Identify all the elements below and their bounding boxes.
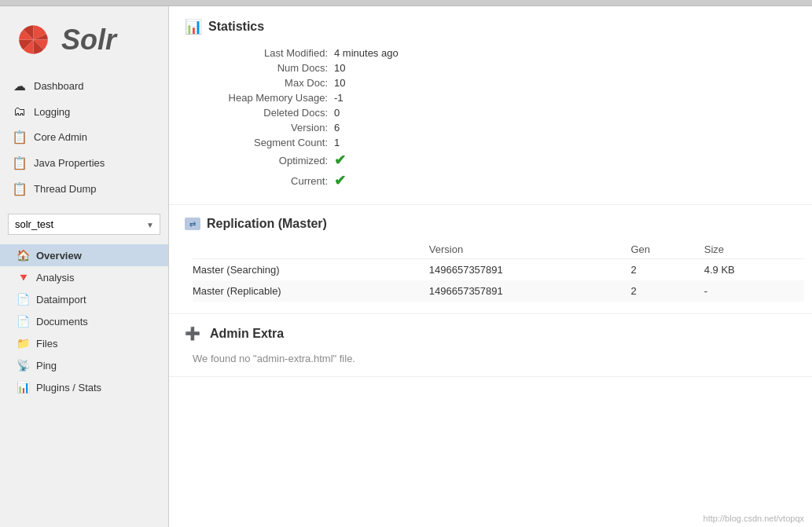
stat-label-segment-count: Segment Count:	[193, 137, 334, 148]
thread-dump-icon: 📋	[12, 181, 28, 196]
replication-row-searching: Master (Searching) 1496657357891 2 4.9 K…	[193, 259, 804, 281]
replication-cell-gen-replicable: 2	[631, 280, 704, 302]
nav-item-thread-dump[interactable]: 📋 Thread Dump	[0, 176, 168, 202]
app-wrapper: Solr ☁ Dashboard 🗂 Logging 📋 Core Admin …	[0, 6, 812, 527]
replication-row-replicable: Master (Replicable) 1496657357891 2 -	[193, 280, 804, 302]
nav-label-thread-dump: Thread Dump	[34, 183, 96, 195]
replication-cell-name-searching: Master (Searching)	[193, 259, 429, 281]
stat-label-deleted-docs: Deleted Docs:	[193, 107, 334, 119]
replication-cell-size-searching: 4.9 KB	[704, 259, 804, 281]
stat-row-max-doc: Max Doc: 10	[193, 77, 796, 89]
replication-arrows-icon: ⇄	[185, 218, 200, 230]
statistics-header: 📊 Statistics	[185, 18, 796, 35]
sub-nav: 🏠 Overview 🔻 Analysis 📄 Dataimport 📄 Doc…	[0, 244, 168, 398]
sub-nav-item-ping[interactable]: 📡 Ping	[0, 354, 168, 376]
stat-value-version: 6	[334, 122, 340, 134]
main-content: 📊 Statistics Last Modified: 4 minutes ag…	[169, 6, 812, 527]
stat-row-optimized: Optimized: ✔	[193, 152, 796, 169]
admin-extra-plus-icon: ➕	[185, 326, 200, 341]
col-header-gen: Gen	[631, 240, 704, 259]
nav-label-dashboard: Dashboard	[34, 80, 84, 92]
top-bar	[0, 0, 812, 6]
replication-table: Version Gen Size Master (Searching) 1496…	[193, 240, 804, 302]
stat-label-heap-memory: Heap Memory Usage:	[193, 92, 334, 104]
stat-label-optimized: Optimized:	[193, 155, 334, 167]
nav-item-core-admin[interactable]: 📋 Core Admin	[0, 124, 168, 150]
overview-icon: 🏠	[16, 249, 30, 262]
stat-row-segment-count: Segment Count: 1	[193, 137, 796, 148]
files-icon: 📁	[16, 337, 30, 350]
sub-nav-label-analysis: Analysis	[36, 272, 74, 284]
ping-icon: 📡	[16, 359, 30, 371]
stat-value-last-modified: 4 minutes ago	[334, 47, 399, 59]
svg-text:⇄: ⇄	[189, 220, 196, 229]
sub-nav-label-ping: Ping	[36, 360, 57, 371]
core-admin-icon: 📋	[12, 130, 28, 145]
stat-row-num-docs: Num Docs: 10	[193, 62, 796, 74]
stat-value-heap-memory: -1	[334, 92, 344, 104]
stat-value-num-docs: 10	[334, 62, 345, 74]
admin-extra-header: ➕ Admin Extra	[185, 326, 796, 341]
admin-extra-no-file-text: We found no "admin-extra.html" file.	[193, 353, 796, 364]
nav-item-dashboard[interactable]: ☁ Dashboard	[0, 73, 168, 99]
stat-row-heap-memory: Heap Memory Usage: -1	[193, 92, 796, 104]
sub-nav-item-documents[interactable]: 📄 Documents	[0, 310, 168, 332]
replication-header: ⇄ Replication (Master)	[185, 217, 796, 231]
nav-items: ☁ Dashboard 🗂 Logging 📋 Core Admin 📋 Jav…	[0, 69, 168, 206]
sub-nav-item-dataimport[interactable]: 📄 Dataimport	[0, 288, 168, 310]
stat-row-last-modified: Last Modified: 4 minutes ago	[193, 47, 796, 59]
core-select-dropdown[interactable]: solr_test	[8, 214, 160, 235]
statistics-icon: 📊	[185, 18, 202, 35]
core-select-wrapper: solr_test	[8, 214, 160, 235]
replication-icon: ⇄	[185, 218, 200, 230]
nav-label-java-properties: Java Properties	[34, 157, 105, 169]
solr-logo-icon	[12, 18, 55, 61]
statistics-section: 📊 Statistics Last Modified: 4 minutes ag…	[169, 6, 812, 205]
nav-item-java-properties[interactable]: 📋 Java Properties	[0, 150, 168, 176]
stat-value-optimized: ✔	[334, 152, 346, 169]
stat-row-deleted-docs: Deleted Docs: 0	[193, 107, 796, 119]
statistics-title: Statistics	[208, 20, 264, 34]
replication-cell-version-replicable: 1496657357891	[429, 280, 631, 302]
nav-item-logging[interactable]: 🗂 Logging	[0, 99, 168, 124]
replication-table-header-row: Version Gen Size	[193, 240, 804, 259]
java-properties-icon: 📋	[12, 156, 28, 170]
logo-area: Solr	[0, 6, 168, 69]
sub-nav-label-plugins-stats: Plugins / Stats	[36, 382, 101, 393]
stat-value-max-doc: 10	[334, 77, 345, 89]
plugins-stats-icon: 📊	[16, 381, 30, 393]
replication-cell-version-searching: 1496657357891	[429, 259, 631, 281]
documents-icon: 📄	[16, 315, 30, 328]
replication-cell-gen-searching: 2	[631, 259, 704, 281]
sub-nav-label-dataimport: Dataimport	[36, 294, 86, 306]
sub-nav-item-files[interactable]: 📁 Files	[0, 332, 168, 354]
watermark: http://blog.csdn.net/vtopqx	[704, 514, 804, 523]
replication-cell-name-replicable: Master (Replicable)	[193, 280, 429, 302]
sub-nav-label-documents: Documents	[36, 316, 88, 328]
admin-extra-section: ➕ Admin Extra We found no "admin-extra.h…	[169, 314, 812, 377]
stat-value-current: ✔	[334, 172, 346, 189]
sub-nav-item-analysis[interactable]: 🔻 Analysis	[0, 266, 168, 288]
nav-label-logging: Logging	[34, 106, 70, 118]
col-header-name	[193, 240, 429, 259]
statistics-table: Last Modified: 4 minutes ago Num Docs: 1…	[193, 47, 796, 189]
stat-label-max-doc: Max Doc:	[193, 77, 334, 89]
replication-section: ⇄ Replication (Master) Version Gen Size	[169, 205, 812, 314]
core-selector[interactable]: solr_test	[8, 214, 160, 235]
col-header-size: Size	[704, 240, 804, 259]
stat-value-segment-count: 1	[334, 137, 340, 148]
stat-row-version: Version: 6	[193, 122, 796, 134]
stat-label-version: Version:	[193, 122, 334, 134]
stat-label-current: Current:	[193, 175, 334, 187]
replication-title: Replication (Master)	[207, 217, 327, 231]
admin-extra-title: Admin Extra	[210, 327, 284, 341]
dashboard-icon: ☁	[12, 79, 28, 93]
stat-row-current: Current: ✔	[193, 172, 796, 189]
nav-label-core-admin: Core Admin	[34, 131, 87, 143]
logging-icon: 🗂	[12, 104, 28, 119]
app-logo-text: Solr	[61, 24, 116, 57]
dataimport-icon: 📄	[16, 293, 30, 306]
sub-nav-label-files: Files	[36, 338, 57, 350]
sub-nav-item-plugins-stats[interactable]: 📊 Plugins / Stats	[0, 376, 168, 398]
sub-nav-item-overview[interactable]: 🏠 Overview	[0, 244, 168, 266]
